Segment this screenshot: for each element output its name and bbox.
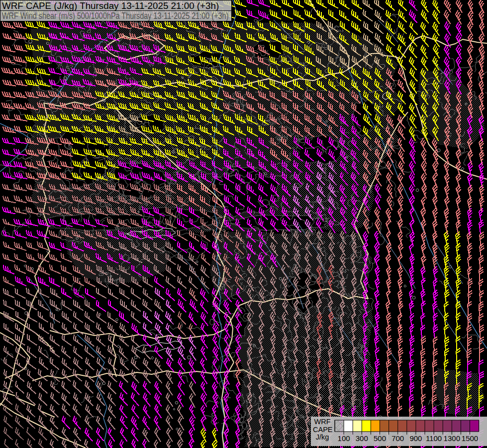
svg-text:1100: 1100 bbox=[426, 434, 442, 443]
svg-text:1500: 1500 bbox=[462, 434, 478, 443]
svg-text:900: 900 bbox=[409, 434, 422, 443]
svg-text:700: 700 bbox=[391, 434, 404, 443]
svg-text:300: 300 bbox=[356, 434, 368, 443]
svg-text:1300: 1300 bbox=[444, 434, 460, 443]
svg-text:500: 500 bbox=[374, 434, 386, 443]
svg-text:100: 100 bbox=[338, 434, 350, 443]
